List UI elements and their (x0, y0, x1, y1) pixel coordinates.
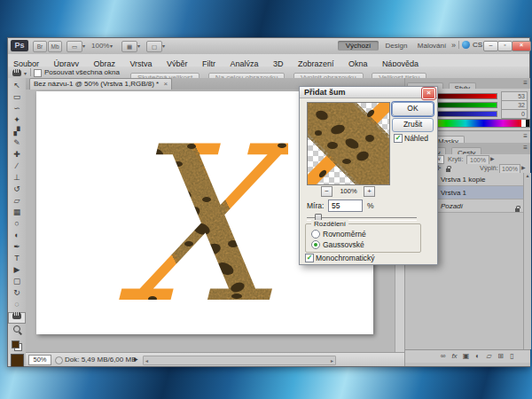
add-noise-dialog: Přidat šum × (299, 86, 438, 265)
masks-panel-menu-icon[interactable]: ≡ (523, 132, 528, 140)
spot-healing-brush-tool[interactable]: ✚ (8, 149, 26, 160)
fill-arrow-icon[interactable]: ▶ (521, 164, 526, 170)
foreground-color-swatch[interactable] (11, 354, 24, 367)
move-tool[interactable]: ↖ (8, 80, 26, 91)
amount-unit: % (367, 201, 374, 210)
rectangle-tool[interactable]: ▢ (8, 276, 26, 287)
add-layer-mask-icon[interactable]: ▣ (460, 352, 472, 360)
gradient-tool[interactable]: ▦ (8, 207, 26, 218)
maximize-button[interactable]: ▫ (497, 41, 512, 51)
noise-preview-image (308, 103, 389, 184)
layer-effects-icon[interactable]: fx (449, 352, 460, 360)
brush-tool[interactable]: ∕ (8, 160, 26, 172)
adjustment-layer-icon[interactable]: ◐ (472, 352, 483, 360)
zoom-level-field[interactable]: 100% (91, 42, 109, 50)
layers-scroll-up-icon[interactable]: ▲ (526, 173, 530, 178)
mini-color-swatches[interactable] (12, 340, 22, 351)
monochromatic-checkbox[interactable]: ✓ (305, 254, 314, 262)
delete-layer-icon[interactable]: ▯ (506, 352, 518, 360)
workspace-vychozi-button[interactable]: Výchozí (338, 41, 379, 51)
layers-panel-menu-icon[interactable]: ≡ (523, 144, 528, 152)
view-extras-caret-icon[interactable]: ▾ (82, 43, 85, 49)
orbit-3d-tool[interactable]: ◌ (8, 299, 26, 310)
new-layer-icon[interactable]: ⊞ (495, 352, 506, 360)
noise-preview[interactable] (307, 102, 390, 185)
arrange-documents-caret-icon[interactable]: ▾ (137, 43, 140, 49)
blue-value[interactable]: 0 (501, 109, 528, 119)
preview-label[interactable]: Náhled (404, 134, 428, 143)
mini-bridge-icon[interactable]: Mb (48, 41, 62, 52)
photoshop-logo: Ps (11, 40, 28, 51)
monochromatic-label[interactable]: Monochromatický (316, 254, 375, 262)
document-size-info: Dok: 5,49 MB/6,00 MB (65, 356, 136, 364)
color-panel-menu-icon[interactable]: ≡ (523, 79, 528, 87)
document-tab-close-icon[interactable]: × (163, 80, 168, 88)
dialog-title-bar[interactable]: Přidat šum (300, 87, 437, 98)
minimize-button[interactable]: – (483, 41, 498, 51)
link-layers-icon[interactable]: ∞ (437, 352, 449, 360)
cancel-button[interactable]: Zrušit (392, 118, 434, 132)
amount-label: Míra: (307, 201, 324, 210)
workspace-design-button[interactable]: Design (380, 41, 412, 51)
lasso-tool[interactable]: ∽ (8, 103, 26, 114)
close-window-button[interactable]: × (512, 41, 531, 51)
status-menu-arrow-icon[interactable]: ▶ (134, 356, 138, 362)
screen-mode-icon[interactable]: ▢ (146, 41, 162, 52)
dodge-tool[interactable]: ◐ (8, 230, 26, 241)
preview-zoom-out-button[interactable]: − (321, 186, 332, 197)
scroll-left-icon[interactable]: ◂ (145, 357, 148, 364)
uniform-radio[interactable] (311, 230, 320, 239)
screen-mode-caret-icon[interactable]: ▾ (162, 43, 165, 49)
dialog-close-button[interactable]: × (422, 88, 435, 99)
tool-preset-caret-icon[interactable]: ▾ (24, 70, 27, 76)
hand-tool-preset-icon[interactable] (12, 67, 21, 76)
uniform-label[interactable]: Rovnoměrné (323, 230, 366, 239)
eraser-tool[interactable]: ▱ (8, 195, 26, 207)
layers-panel-footer: ∞fx▣◐▱⊞▯ (405, 349, 530, 363)
hand-icon (12, 312, 21, 319)
gaussian-label[interactable]: Gaussovské (323, 240, 364, 249)
preview-zoom-in-button[interactable]: + (364, 186, 375, 197)
opacity-arrow-icon[interactable]: ▶ (490, 155, 495, 161)
document-tab-title: Bez názvu-1 @ 50% (Vrstva 1,RGB/8) * (34, 80, 159, 88)
foreground-color-mini-swatch[interactable] (12, 340, 20, 348)
pen-tool[interactable]: ✒ (8, 241, 26, 253)
clone-stamp-tool[interactable]: ⊥ (8, 172, 26, 184)
workspace-overflow-icon[interactable]: » (451, 41, 456, 50)
history-brush-tool[interactable]: ↺ (8, 184, 26, 195)
zoom-level-caret-icon[interactable]: ▾ (110, 43, 113, 49)
preview-checkbox[interactable]: ✓ (394, 134, 403, 143)
leopard-letter-x: X (100, 137, 288, 304)
spectrum-black-swatch[interactable] (526, 119, 530, 128)
eyedropper-tool[interactable]: ✎ (8, 137, 26, 149)
horizontal-scrollbar[interactable]: ◂ ▸ (143, 356, 336, 365)
status-zoom-field[interactable]: 50% (28, 355, 51, 365)
arrange-documents-icon[interactable]: ▦ (121, 41, 137, 52)
amount-input[interactable]: 55 (328, 200, 363, 212)
rotate-3d-tool[interactable]: ↻ (8, 287, 26, 299)
ok-button[interactable]: OK (392, 102, 434, 116)
rectangular-marquee-tool[interactable]: ▭ (8, 91, 26, 103)
quick-selection-tool[interactable]: ✦ (8, 114, 26, 126)
scroll-right-icon[interactable]: ▸ (331, 357, 333, 364)
tool-options-bar: ▾ Posouvat všechna okna Skutečná velikos… (8, 66, 529, 79)
hand-tool[interactable] (8, 312, 26, 324)
tools-panel: ↖ ▭ ∽ ✦ ▞ ✎ ✚ ∕ ⊥ ↺ ▱ ▦ ○ ◐ ✒ T ▶ ▢ ↻ ◌ (8, 78, 27, 366)
path-selection-tool[interactable]: ▶ (8, 264, 26, 276)
layer-group-icon[interactable]: ▱ (483, 352, 495, 360)
pan-all-windows-label: Posouvat všechna okna (44, 68, 120, 76)
workspace-malovani-button[interactable]: Malování (412, 41, 451, 51)
gaussian-radio[interactable] (311, 240, 320, 249)
pan-all-windows-checkbox[interactable] (34, 69, 42, 77)
view-extras-icon[interactable]: ▭ (66, 41, 82, 52)
bridge-launcher-icon[interactable]: Br (33, 41, 47, 52)
status-bar: 50% Dok: 5,49 MB/6,00 MB ▶ ◂ ▸ (26, 352, 404, 366)
document-tab[interactable]: Bez názvu-1 @ 50% (Vrstva 1,RGB/8) * × (29, 78, 172, 90)
fill-label: Výplň: (480, 164, 498, 172)
layer-name: Pozadí (441, 202, 463, 210)
zoom-tool[interactable] (8, 325, 26, 337)
type-tool[interactable]: T (8, 253, 26, 264)
blur-tool[interactable]: ○ (8, 218, 26, 230)
crop-tool[interactable]: ▞ (8, 126, 26, 137)
layers-scrollbar[interactable]: ▲ (523, 173, 531, 349)
